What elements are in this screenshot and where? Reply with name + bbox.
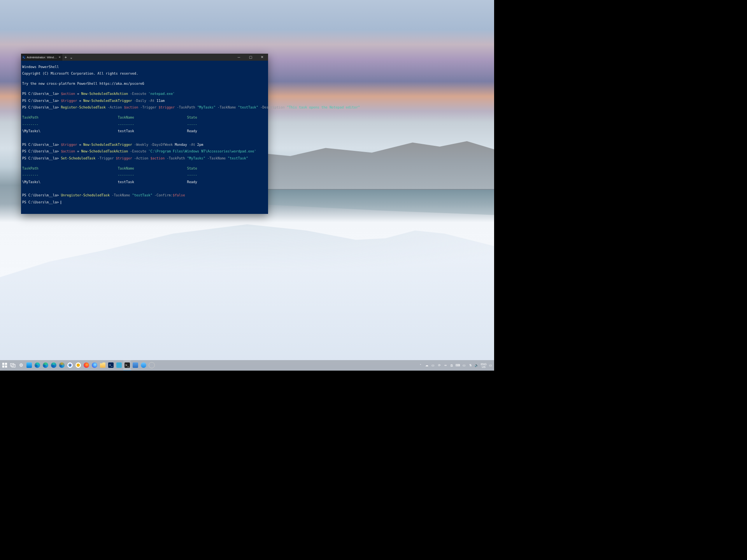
powershell-taskbar-icon: >_: [108, 362, 114, 368]
chat-icon: ▭: [431, 364, 435, 367]
svg-rect-0: [2, 362, 4, 364]
edge-canary-button[interactable]: [58, 360, 66, 371]
svg-rect-1: [5, 362, 7, 364]
firefox-dev-button[interactable]: [91, 360, 98, 371]
window-titlebar[interactable]: >_ Administrator: Windows PowerS × + ⌄ ─…: [21, 54, 268, 61]
tray-update[interactable]: ⟳: [437, 360, 442, 371]
taskview-button[interactable]: [9, 360, 17, 371]
explorer-button[interactable]: [99, 360, 107, 371]
update-icon: ⟳: [438, 364, 441, 367]
edge-beta-button[interactable]: [50, 360, 58, 371]
folder-icon: [100, 362, 105, 368]
svg-rect-2: [2, 365, 4, 367]
firefox-button[interactable]: [82, 360, 90, 371]
table-row: \MyTasks\ testTask Ready: [22, 180, 267, 184]
table-divider: -------- -------- -----: [22, 123, 267, 126]
taskview-icon: [10, 362, 16, 368]
chevron-up-icon: ˄: [420, 364, 421, 367]
svg-rect-4: [11, 363, 14, 366]
clock-icon: [149, 362, 155, 368]
line-header1: Windows PowerShell: [22, 65, 267, 69]
settings-button[interactable]: ⚙: [17, 360, 25, 371]
terminal-window: >_ Administrator: Windows PowerS × + ⌄ ─…: [21, 54, 268, 214]
line-try: Try the new cross-platform PowerShell ht…: [22, 82, 267, 86]
taskbar: ⚙ >_ >_ ˄ ☁ ▭ ⟳ ∞ B ⌨ ▭ ⇅ 🔊 ENG US ▭: [0, 360, 494, 371]
tray-meet[interactable]: ▭: [430, 360, 436, 371]
taskbar-right: ˄ ☁ ▭ ⟳ ∞ B ⌨ ▭ ⇅ 🔊 ENG US ▭: [418, 360, 494, 371]
line-6: PS C:\Users\m__la> Set-ScheduledTask -Tr…: [22, 157, 267, 160]
line-5: PS C:\Users\m__la> $action = New-Schedul…: [22, 150, 267, 153]
line-2: PS C:\Users\m__la> $trigger = New-Schedu…: [22, 99, 267, 103]
keyboard-icon: ⌨: [456, 364, 460, 367]
terminal-icon: >_: [124, 362, 130, 368]
minimize-button[interactable]: ─: [233, 54, 245, 61]
tray-battery[interactable]: ▭: [461, 360, 467, 371]
edge-dev-icon: [43, 362, 48, 368]
lang-line2: US: [482, 366, 486, 368]
chrome-canary-icon: [75, 362, 81, 368]
table-row: \MyTasks\ testTask Ready: [22, 130, 267, 133]
lang-line1: ENG: [480, 363, 486, 366]
cursor-icon: [61, 201, 61, 204]
cloud-icon: ☁: [425, 364, 428, 367]
tray-link[interactable]: ∞: [443, 360, 448, 371]
tray-keyboard[interactable]: ⌨: [455, 360, 461, 371]
table-header: TaskPath TaskName State: [22, 116, 267, 119]
edge-button[interactable]: [33, 360, 41, 371]
pinned-app-2[interactable]: [115, 360, 123, 371]
tray-volume[interactable]: 🔊: [474, 360, 479, 371]
bluetooth-icon: B: [451, 364, 453, 368]
terminal-body[interactable]: Windows PowerShell Copyright (C) Microso…: [21, 61, 268, 214]
titlebar-drag-region[interactable]: [74, 54, 233, 61]
tab-dropdown-button[interactable]: ⌄: [68, 54, 74, 61]
table-divider: -------- -------- -----: [22, 173, 267, 177]
tray-notifications[interactable]: ▭: [488, 360, 493, 371]
app-icon: [133, 362, 138, 368]
powershell-button[interactable]: >_: [107, 360, 115, 371]
tray-language[interactable]: ENG US: [480, 363, 487, 368]
edge-beta-icon: [51, 362, 56, 368]
line-header2: Copyright (C) Microsoft Corporation. All…: [22, 72, 267, 75]
edge-dev-button[interactable]: [42, 360, 49, 371]
pinned-app-4[interactable]: [140, 360, 147, 371]
chrome-canary-button[interactable]: [74, 360, 82, 371]
pinned-app-3[interactable]: [132, 360, 139, 371]
window-controls: ─ ▢ ✕: [233, 54, 268, 61]
tab-label: Administrator: Windows PowerS: [27, 56, 57, 59]
chrome-button[interactable]: [66, 360, 74, 371]
notification-icon: ▭: [489, 364, 492, 367]
tab-close-icon[interactable]: ×: [59, 55, 61, 59]
maximize-button[interactable]: ▢: [245, 54, 256, 61]
svg-rect-3: [5, 365, 7, 367]
edge-icon: [35, 362, 40, 368]
gear-icon: ⚙: [19, 362, 23, 368]
firefox-dev-icon: [92, 362, 97, 368]
pinned-app-1[interactable]: [25, 360, 33, 371]
windows-icon: [2, 362, 7, 368]
app-icon: [116, 362, 122, 368]
firefox-icon: [84, 362, 89, 368]
start-button[interactable]: [1, 360, 9, 371]
pinned-app-5[interactable]: [148, 360, 156, 371]
powershell-icon: >_: [23, 56, 25, 59]
tab-powershell[interactable]: >_ Administrator: Windows PowerS ×: [21, 54, 63, 61]
terminal-taskbar-button[interactable]: >_: [123, 360, 131, 371]
line-1: PS C:\Users\m__la> $action = New-Schedul…: [22, 92, 267, 96]
tray-onedrive[interactable]: ☁: [424, 360, 430, 371]
volume-icon: 🔊: [475, 364, 479, 367]
link-icon: ∞: [444, 364, 447, 367]
new-tab-button[interactable]: +: [63, 54, 68, 61]
taskbar-left: ⚙ >_ >_: [0, 360, 156, 371]
line-3: PS C:\Users\m__la> Register-ScheduledTas…: [22, 106, 267, 109]
tray-wifi[interactable]: ⇅: [468, 360, 473, 371]
wifi-icon: ⇅: [469, 364, 472, 367]
tray-bluetooth[interactable]: B: [449, 360, 454, 371]
line-prompt: PS C:\Users\m__la>: [22, 201, 267, 204]
app-icon: [26, 362, 32, 368]
close-button[interactable]: ✕: [256, 54, 268, 61]
app-icon: [141, 362, 146, 368]
battery-icon: ▭: [463, 364, 466, 367]
svg-rect-5: [12, 364, 15, 367]
tray-chevron[interactable]: ˄: [418, 360, 423, 371]
line-7: PS C:\Users\m__la> Unregister-ScheduledT…: [22, 194, 267, 197]
